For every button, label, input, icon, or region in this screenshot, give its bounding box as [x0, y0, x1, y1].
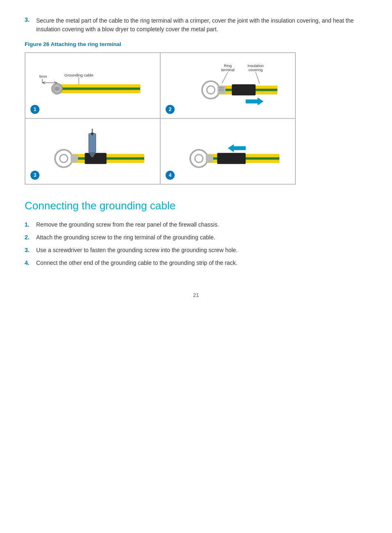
svg-rect-37 — [71, 160, 144, 163]
step-text: Remove the grounding screw from the rear… — [36, 220, 219, 229]
diagram-1: 5mm Grounding cable — [31, 59, 154, 112]
diagram-4 — [166, 125, 289, 178]
svg-text:covering: covering — [249, 68, 263, 72]
svg-rect-53 — [206, 155, 213, 162]
cell-number-3: 3 — [30, 171, 39, 180]
figure-cell-2: Ring terminal Insulation covering 2 — [160, 53, 295, 118]
step-text: Use a screwdriver to fasten the groundin… — [36, 246, 238, 255]
svg-rect-11 — [57, 90, 141, 93]
cell-number-4: 4 — [166, 171, 175, 180]
svg-line-22 — [222, 72, 228, 83]
svg-point-51 — [190, 150, 208, 167]
list-item: 1. Remove the grounding screw from the r… — [25, 220, 367, 229]
svg-point-52 — [195, 155, 203, 162]
step-text: Connect the other end of the grounding c… — [36, 259, 238, 267]
intro-step-number: 3. — [25, 16, 36, 34]
diagram-3 — [31, 125, 154, 178]
intro-step-text: Secure the metal part of the cable to th… — [36, 16, 367, 34]
step-num: 1. — [25, 220, 36, 229]
svg-rect-42 — [89, 134, 96, 153]
step-num: 3. — [25, 246, 36, 255]
svg-text:Grounding cable: Grounding cable — [64, 73, 93, 77]
figure-cell-3: 3 — [25, 118, 160, 184]
svg-text:5mm: 5mm — [39, 74, 47, 79]
cell-number-1: 1 — [30, 105, 39, 114]
step-text: Attach the grounding screw to the ring t… — [36, 233, 215, 242]
svg-point-17 — [55, 87, 59, 91]
section-title: Connecting the grounding cable — [25, 199, 367, 212]
steps-list: 1. Remove the grounding screw from the r… — [25, 220, 367, 267]
svg-text:Ring: Ring — [224, 64, 232, 68]
figure-grid: 5mm Grounding cable 1 — [25, 52, 296, 185]
svg-rect-10 — [57, 84, 141, 88]
figure-title: Figure 26 Attaching the ring terminal — [25, 41, 367, 47]
list-item: 4. Connect the other end of the groundin… — [25, 259, 367, 267]
svg-marker-34 — [246, 97, 263, 105]
cell-number-2: 2 — [166, 105, 175, 114]
svg-rect-41 — [71, 155, 78, 162]
step-num: 2. — [25, 233, 36, 242]
page-number: 21 — [25, 292, 367, 298]
svg-rect-36 — [71, 154, 144, 158]
step-num: 4. — [25, 259, 36, 267]
svg-text:Insulation: Insulation — [247, 64, 263, 68]
svg-marker-46 — [228, 144, 246, 152]
list-item: 2. Attach the grounding screw to the rin… — [25, 233, 367, 242]
svg-text:terminal: terminal — [221, 68, 235, 72]
intro-step: 3. Secure the metal part of the cable to… — [25, 16, 367, 34]
svg-rect-38 — [85, 153, 106, 164]
svg-point-39 — [55, 150, 72, 167]
diagram-2: Ring terminal Insulation covering — [166, 59, 289, 112]
svg-point-40 — [60, 155, 67, 162]
svg-point-28 — [202, 81, 219, 98]
figure-cell-1: 5mm Grounding cable 1 — [25, 53, 160, 118]
svg-line-23 — [256, 72, 260, 83]
svg-rect-30 — [217, 86, 225, 94]
svg-point-29 — [207, 86, 214, 94]
figure-cell-4: 4 — [160, 118, 295, 184]
list-item: 3. Use a screwdriver to fasten the groun… — [25, 246, 367, 255]
svg-rect-27 — [232, 84, 256, 95]
svg-rect-50 — [217, 153, 245, 164]
